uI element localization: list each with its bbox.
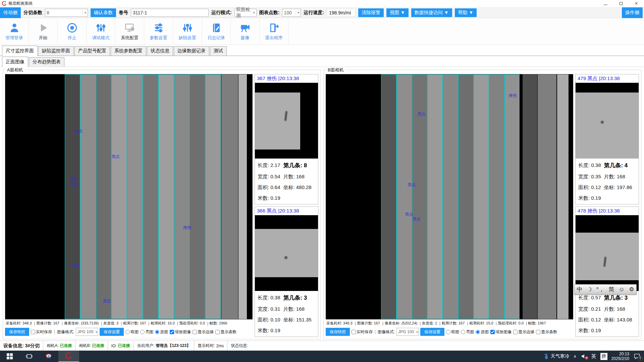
notification-count-badge: 6 bbox=[638, 356, 643, 361]
maximize-button[interactable] bbox=[613, 0, 629, 7]
defect-header: 367 挫伤 |20:13:38 bbox=[255, 74, 318, 83]
zoom-image-checkbox[interactable]: 缩放图像 bbox=[490, 329, 512, 335]
camera-image-b[interactable]: 挫伤黑点黑点黑点黑点 bbox=[326, 74, 573, 319]
data-quick-access-button[interactable]: 数据快捷访问 ▼ bbox=[411, 8, 452, 17]
ime-item-2[interactable]: °， bbox=[596, 286, 604, 293]
chart-points-select[interactable]: 100▾ bbox=[282, 9, 301, 17]
camera-image-a[interactable]: 黑点黑点黑点黑点挫伤黑点黑点 bbox=[5, 74, 253, 319]
hidden-icons-chevron[interactable]: ∧ bbox=[574, 354, 577, 359]
sub-tab-0[interactable]: 正面图像 bbox=[2, 57, 28, 67]
operator-side-button[interactable]: 操作侧 bbox=[622, 7, 643, 18]
defect-overlay-label: 黑点 bbox=[111, 154, 119, 160]
realtime-save-checkbox[interactable]: 实时保存 bbox=[352, 329, 373, 335]
ime-mode-indicator[interactable]: 拼 bbox=[600, 353, 607, 360]
main-tab-3[interactable]: 系统参数配置 bbox=[111, 46, 146, 56]
sub-tab-1[interactable]: 分布趋势图表 bbox=[29, 57, 64, 67]
chart-points-label: 图表点数: bbox=[259, 10, 280, 16]
ime-item-0[interactable]: 中 bbox=[577, 286, 583, 293]
start-button[interactable] bbox=[0, 351, 19, 362]
ime-item-1[interactable]: ☽ bbox=[587, 286, 592, 293]
original-image-radio[interactable]: 原图 bbox=[155, 329, 168, 335]
original-image-radio[interactable]: 原图 bbox=[476, 329, 489, 335]
current-user: 当前用户:管理员【123-123】 bbox=[134, 341, 194, 351]
debug-mode-button[interactable]: 调试模式 bbox=[87, 18, 115, 45]
sliders-vertical-icon bbox=[95, 22, 107, 34]
bright-image-radio[interactable]: 亮图 bbox=[461, 329, 474, 335]
thermometer-icon bbox=[543, 353, 549, 360]
main-tab-4[interactable]: 状态信息 bbox=[147, 46, 173, 56]
weather-tray-item[interactable]: 天气寒冷 bbox=[543, 353, 570, 360]
main-content: A面相机 黑点黑点黑点黑点挫伤黑点黑点 采集耗时: 348.3 ｜图像计数: 1… bbox=[0, 67, 644, 341]
material-strip bbox=[381, 74, 396, 319]
exit-program-button[interactable]: 退出程序 bbox=[260, 18, 288, 45]
image-format-label: 图像格式: bbox=[378, 329, 395, 335]
material-strip bbox=[158, 74, 174, 319]
save-snapshot-button[interactable]: 保存快照 bbox=[5, 328, 29, 336]
defect-stats: 长度: 0.38 第几条: 4 宽度: 0.35 片数: 168 面积: 0.1… bbox=[576, 159, 639, 204]
defect-stats: 长度: 2.17 第几条: 8 宽度: 0.54 片数: 168 面积: 0.6… bbox=[255, 159, 318, 204]
minimize-button[interactable] bbox=[598, 0, 613, 7]
ime-language-bar[interactable]: 中☽°，简☺⚙ bbox=[574, 284, 637, 295]
material-strip bbox=[489, 74, 504, 319]
show-count-checkbox[interactable]: 显示条数 bbox=[215, 329, 236, 335]
parameter-settings-button[interactable]: 参数设置 bbox=[144, 18, 173, 45]
roll-number-input[interactable] bbox=[131, 9, 209, 17]
slit-count-select[interactable]: 8▾ bbox=[45, 9, 88, 17]
log-record-button[interactable]: 日志记录 bbox=[202, 18, 231, 45]
clock[interactable]: 20:13 2025/2/10 bbox=[611, 352, 629, 361]
show-edges-checkbox[interactable]: 显示边缘 bbox=[513, 329, 534, 335]
language-indicator[interactable]: 英 bbox=[591, 353, 596, 360]
sliders-vertical-icon bbox=[182, 22, 193, 34]
task-view-button[interactable] bbox=[19, 351, 39, 362]
material-strip bbox=[427, 74, 443, 319]
main-tabbar: 尺寸监控界面缺陷监控界面产品型号配置系统参数配置状态信息边缘数据记录测试 bbox=[0, 45, 644, 56]
volume-muted-tray-icon[interactable]: ✕ bbox=[581, 353, 587, 360]
save-settings-button[interactable]: 保存设置 bbox=[100, 328, 124, 336]
app-statusbar: 设备信息: 3#分切 相机A:已连接 相机B:已连接 IO:已连接 当前用户:管… bbox=[0, 341, 644, 351]
clear-alarm-button[interactable]: 清除报警 bbox=[358, 8, 384, 17]
start-button[interactable]: 开始 bbox=[29, 18, 58, 45]
camera-button[interactable]: 摄像 bbox=[231, 18, 260, 45]
user-icon bbox=[9, 22, 20, 34]
close-button[interactable]: ✕ bbox=[629, 0, 644, 7]
dark-image-radio[interactable]: 暗图 bbox=[125, 329, 139, 335]
defect-overlay-label: 黑点 bbox=[405, 212, 413, 217]
defect-settings-button[interactable]: 缺陷设置 bbox=[173, 18, 202, 45]
realtime-save-checkbox[interactable]: 实时保存 bbox=[31, 329, 52, 335]
show-edges-checkbox[interactable]: 显示边缘 bbox=[193, 329, 214, 335]
defect-card[interactable]: 479 黑点 |20:13:38 长度: 0.38 第几条: 4 宽度: 0.3… bbox=[575, 74, 639, 204]
image-format-select[interactable]: JPG 100▾ bbox=[396, 328, 419, 336]
ime-item-5[interactable]: ⚙ bbox=[629, 286, 634, 293]
snipping-tool-button[interactable] bbox=[39, 351, 58, 362]
chevron-down-icon: ▾ bbox=[82, 11, 86, 14]
help-menu-button[interactable]: 帮助 ▼ bbox=[455, 8, 477, 17]
stop-button[interactable]: 停止 bbox=[58, 18, 87, 45]
bright-image-radio[interactable]: 亮图 bbox=[140, 329, 153, 335]
defect-card[interactable]: 366 黑点 |20:13:38 长度: 0.38 第几条: 3 宽度: 0.3… bbox=[255, 206, 318, 337]
drive-side-button[interactable]: 传动侧 bbox=[0, 7, 21, 18]
ime-item-3[interactable]: 简 bbox=[609, 286, 614, 293]
show-count-checkbox[interactable]: 显示条数 bbox=[536, 329, 557, 335]
view-menu-button[interactable]: 视图 ▼ bbox=[386, 8, 409, 17]
defect-card[interactable]: 367 挫伤 |20:13:38 长度: 2.17 第几条: 8 宽度: 0.5… bbox=[255, 74, 318, 204]
save-snapshot-button[interactable]: 保存快照 bbox=[326, 328, 350, 336]
main-tab-1[interactable]: 缺陷监控界面 bbox=[38, 46, 74, 56]
confirm-count-button[interactable]: 确认条数 bbox=[91, 8, 116, 17]
material-strip bbox=[190, 74, 205, 319]
save-settings-button[interactable]: 保存设置 bbox=[420, 328, 444, 336]
main-tab-5[interactable]: 边缘数据记录 bbox=[174, 46, 209, 56]
main-tab-6[interactable]: 测试 bbox=[210, 46, 227, 56]
main-tab-0[interactable]: 尺寸监控界面 bbox=[2, 46, 38, 56]
run-mode-select[interactable]: 双面检测▾ bbox=[234, 9, 257, 17]
inspection-app-taskbar-button[interactable] bbox=[58, 351, 79, 362]
defect-stats: 长度: 0.38 第几条: 3 宽度: 0.31 片数: 168 面积: 0.1… bbox=[255, 291, 318, 337]
defect-card[interactable]: 478 挫伤 |20:13:38 长度: 0.57 第几条: 3 宽度: 0.2… bbox=[575, 206, 639, 337]
main-tab-2[interactable]: 产品型号配置 bbox=[74, 46, 110, 56]
image-format-select[interactable]: JPG 100▾ bbox=[76, 328, 98, 336]
system-config-button[interactable]: 系统配置 bbox=[115, 18, 144, 45]
ime-item-4[interactable]: ☺ bbox=[619, 286, 625, 293]
admin-login-button[interactable]: 管理登录 bbox=[0, 18, 29, 45]
zoom-image-checkbox[interactable]: 缩放图像 bbox=[170, 329, 191, 335]
dark-image-radio[interactable]: 暗图 bbox=[446, 329, 459, 335]
notification-center-button[interactable]: 6 bbox=[633, 353, 641, 360]
